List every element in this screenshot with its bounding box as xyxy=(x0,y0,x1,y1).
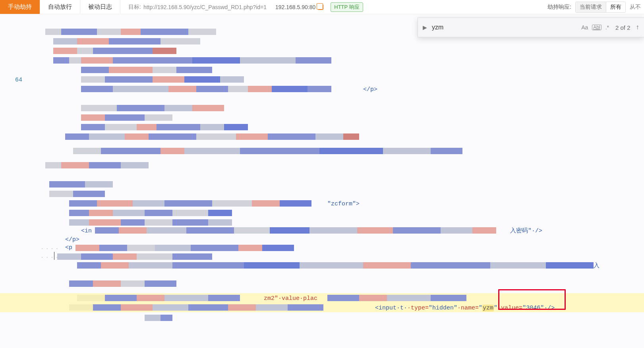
search-match-yzm: yzm xyxy=(482,305,494,311)
hijack-response-label: 劫持响应: xyxy=(547,4,571,11)
find-input[interactable] xyxy=(431,22,577,33)
caret xyxy=(54,252,54,260)
code-editor[interactable]: 64 </p> "zcform"> xyxy=(0,14,644,348)
code-area[interactable]: </p> "zcform"> <in 入密码"·/> </p> ···· <p xyxy=(25,14,644,348)
annotation-box xyxy=(498,289,566,310)
toggle-current-request[interactable]: 当前请求 xyxy=(576,2,606,12)
find-case-toggle[interactable]: Aa xyxy=(581,24,588,31)
code-frag-input-open: <in xyxy=(81,226,92,236)
line-gutter: 64 xyxy=(0,14,25,348)
code-frag-password: 入密码"·/> xyxy=(510,226,542,236)
find-options: Aa Abl .* xyxy=(581,24,609,31)
tab-auto-release[interactable]: 自动放行 xyxy=(40,0,80,14)
tab-passive-log[interactable]: 被动日志 xyxy=(80,0,120,14)
find-expand-icon[interactable]: ▶ xyxy=(423,24,427,31)
code-frag-p-open: <p xyxy=(65,243,72,253)
code-frag-in-cn: 入 xyxy=(594,261,600,271)
top-toolbar: 手动劫持 自动放行 被动日志 目标: http://192.168.5.90/y… xyxy=(0,0,644,14)
code-frag-yzm2: zm2"·value·plac xyxy=(264,294,317,304)
find-panel: ▶ Aa Abl .* 2 of 2 ↑ xyxy=(418,17,644,37)
http-response-badge: HTTP 响应 xyxy=(331,2,363,12)
target-url: http://192.168.5.90/yzc/C_Passwd_RD1.php… xyxy=(143,4,267,10)
find-count: 2 of 2 xyxy=(615,24,630,31)
find-word-toggle[interactable]: Abl xyxy=(592,25,601,30)
find-regex-toggle[interactable]: .* xyxy=(605,24,609,31)
code-frag-zcform: "zcform"> xyxy=(327,199,360,209)
tab-manual-hijack[interactable]: 手动劫持 xyxy=(0,0,40,14)
target-label: 目标: xyxy=(128,4,141,11)
tail-text: 从不 xyxy=(629,4,641,11)
find-prev-icon[interactable]: ↑ xyxy=(636,23,640,31)
response-scope-toggle: 当前请求 所有 xyxy=(575,2,626,13)
toggle-all[interactable]: 所有 xyxy=(606,2,625,12)
host-display: 192.168.5.90:80 xyxy=(275,4,323,10)
indent-guide-1: ···· xyxy=(41,244,60,253)
mode-tabs: 手动劫持 自动放行 被动日志 xyxy=(0,0,120,14)
line-number: 64 xyxy=(15,75,22,85)
copy-icon[interactable] xyxy=(318,4,323,10)
host-text: 192.168.5.90:80 xyxy=(275,4,315,10)
code-frag-close-p: </p> xyxy=(363,85,377,95)
